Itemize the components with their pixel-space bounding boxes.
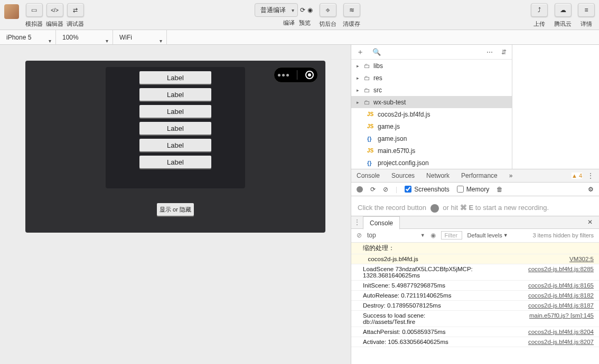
- right-pane: ＋ 🔍 ⋯ ⇵ ▸🗀libs▸🗀res▸🗀src▸🗀wx-sub-testJSc…: [351, 45, 599, 364]
- network-select[interactable]: WiFi: [113, 30, 167, 45]
- clear-icon[interactable]: ⊘: [383, 186, 388, 193]
- details-label: 详情: [581, 20, 592, 28]
- layers-icon: ≋: [349, 6, 354, 14]
- chevron-right-icon: ▸: [357, 100, 361, 105]
- search-icon[interactable]: 🔍: [372, 48, 381, 56]
- log-source-link[interactable]: cocos2d-js.bf4fd.js:8204: [528, 329, 594, 335]
- background-button[interactable]: ⎆ 切后台: [319, 3, 336, 28]
- eye-icon[interactable]: ◉: [430, 232, 436, 239]
- tab-console[interactable]: Console: [357, 172, 380, 179]
- editor-button[interactable]: </> 编辑器: [46, 3, 63, 28]
- folder-name: src: [373, 87, 382, 94]
- zoom-value: 100%: [62, 34, 79, 41]
- log-row: Success to load scene: db://assets/Test.…: [351, 311, 599, 327]
- compile-mode-select[interactable]: 普通编译: [255, 3, 298, 17]
- kebab-icon[interactable]: ⋮: [587, 172, 594, 179]
- label-button[interactable]: Label: [139, 105, 211, 118]
- file-list: ▸🗀libs▸🗀res▸🗀src▸🗀wx-sub-testJScocos2d-j…: [351, 60, 512, 169]
- device-icon: ▭: [31, 6, 37, 14]
- js-icon: JS: [367, 148, 375, 154]
- preview-label: 预览: [297, 19, 313, 27]
- folder-name: libs: [373, 62, 383, 70]
- more-icon[interactable]: ⋯: [486, 49, 493, 56]
- console-log-area: 缩的处理： cocos2d-js.bf4fd.jsVM302:5LoadScen…: [351, 243, 599, 364]
- capsule-bar[interactable]: [274, 67, 318, 83]
- cloud-button[interactable]: ☁ 腾讯云: [554, 3, 572, 28]
- zoom-select[interactable]: 100%: [56, 30, 113, 45]
- gear-icon[interactable]: ⚙: [588, 186, 594, 193]
- log-source-link[interactable]: cocos2d-js.bf4fd.js:8207: [528, 339, 594, 345]
- devtools-tabs: Console Sources Network Performance » ▲ …: [351, 169, 599, 183]
- drawer-grip[interactable]: ⋮: [351, 218, 363, 226]
- drawer-head: ⋮ Console ✕: [351, 216, 599, 229]
- upload-icon: ⤴: [538, 6, 541, 14]
- tab-network[interactable]: Network: [426, 172, 450, 179]
- file-row[interactable]: JSgame.js: [351, 120, 512, 132]
- file-row[interactable]: JScocos2d-js.bf4fd.js: [351, 108, 512, 120]
- log-source-link[interactable]: cocos2d-js.bf4fd.js:8285: [528, 266, 594, 279]
- record-icon[interactable]: [357, 186, 363, 193]
- network-value: WiFi: [119, 34, 132, 41]
- warning-badge[interactable]: ▲ 4: [572, 173, 582, 179]
- memory-checkbox[interactable]: Memory: [457, 186, 489, 193]
- log-source-link[interactable]: VM302:5: [569, 256, 594, 262]
- folder-name: wx-sub-test: [373, 99, 406, 106]
- debugger-button[interactable]: ⇄ 调试器: [67, 3, 84, 28]
- folder-row[interactable]: ▸🗀libs: [351, 60, 512, 72]
- log-row: Activate: 105.633056640625mscocos2d-js.b…: [351, 337, 599, 347]
- performance-message: Click the record button or hit ⌘ E to st…: [351, 196, 599, 216]
- log-source-link[interactable]: cocos2d-js.bf4fd.js:8187: [528, 302, 594, 309]
- log-message: 缩的处理：: [363, 244, 395, 252]
- json-icon: {}: [367, 136, 375, 142]
- folder-row[interactable]: ▸🗀res: [351, 72, 512, 84]
- log-message: cocos2d-js.bf4fd.js: [363, 256, 418, 262]
- log-source-link[interactable]: main.e57f0.js? [sm]:145: [529, 312, 594, 325]
- target-icon[interactable]: [305, 71, 314, 79]
- clear-console-icon[interactable]: ⊘: [357, 232, 362, 239]
- simulator-button[interactable]: ▭ 模拟器: [25, 3, 43, 28]
- details-button[interactable]: ≡ 详情: [578, 3, 595, 28]
- file-row[interactable]: {}game.json: [351, 132, 512, 145]
- drawer-tab-console[interactable]: Console: [363, 216, 400, 229]
- tab-more[interactable]: »: [509, 172, 513, 179]
- toggle-button[interactable]: 显示 or 隐藏: [157, 203, 194, 216]
- chevron-right-icon: ▸: [357, 63, 361, 69]
- log-row: AttachPersist: 0.005859375mscocos2d-js.b…: [351, 327, 599, 337]
- console-filter-bar: ⊘ top▼ ◉ Filter Default levels ▼ 3 items…: [351, 229, 599, 243]
- device-select[interactable]: iPhone 5: [0, 30, 56, 45]
- clear-cache-button[interactable]: ≋ 清缓存: [343, 3, 360, 28]
- tab-performance[interactable]: Performance: [461, 172, 498, 179]
- compile-button[interactable]: ⟳: [300, 3, 305, 17]
- close-icon[interactable]: ✕: [581, 218, 599, 226]
- folder-row[interactable]: ▸🗀wx-sub-test: [351, 96, 512, 108]
- label-button[interactable]: Label: [139, 156, 211, 168]
- reload-icon[interactable]: ⟳: [370, 186, 376, 193]
- simulator-label: 模拟器: [25, 20, 43, 28]
- collapse-icon[interactable]: ⇵: [501, 49, 507, 56]
- log-source-link[interactable]: cocos2d-js.bf4fd.js:8165: [528, 282, 594, 289]
- preview-button[interactable]: ◉: [307, 3, 313, 17]
- avatar[interactable]: [4, 4, 19, 19]
- log-source-link[interactable]: cocos2d-js.bf4fd.js:8182: [528, 292, 594, 299]
- compile-label: 编译: [281, 19, 297, 27]
- filter-input[interactable]: Filter: [441, 231, 462, 240]
- file-name: game.js: [378, 123, 400, 130]
- label-button[interactable]: Label: [139, 88, 211, 101]
- label-button[interactable]: Label: [139, 71, 211, 84]
- label-button[interactable]: Label: [139, 139, 211, 151]
- label-button[interactable]: Label: [139, 122, 211, 135]
- folder-row[interactable]: ▸🗀src: [351, 84, 512, 96]
- tab-sources[interactable]: Sources: [391, 172, 415, 179]
- menu-icon: ≡: [584, 6, 588, 14]
- more-icon[interactable]: [278, 74, 289, 76]
- screenshots-checkbox[interactable]: Screenshots: [405, 186, 450, 193]
- context-select[interactable]: top▼: [367, 232, 425, 239]
- level-select[interactable]: Default levels ▼: [467, 232, 508, 238]
- trash-icon[interactable]: 🗑: [497, 186, 503, 193]
- upload-button[interactable]: ⤴ 上传: [531, 3, 548, 28]
- add-icon[interactable]: ＋: [357, 47, 364, 57]
- json-icon: {}: [367, 160, 375, 166]
- file-row[interactable]: {}project.config.json: [351, 157, 512, 169]
- file-row[interactable]: JSmain.e57f0.js: [351, 145, 512, 157]
- log-message: Success to load scene: db://assets/Test.…: [363, 312, 425, 325]
